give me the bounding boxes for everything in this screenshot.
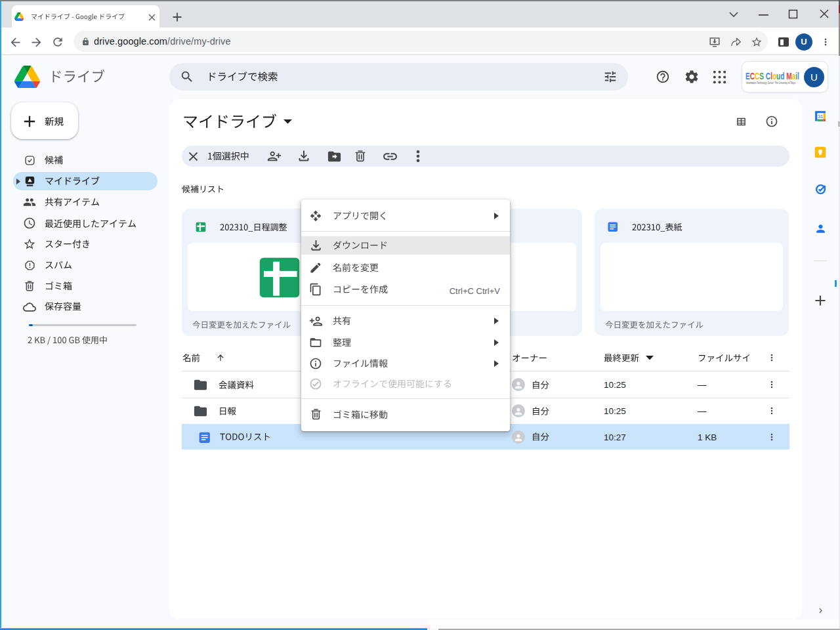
svg-text:31: 31 (818, 114, 824, 119)
